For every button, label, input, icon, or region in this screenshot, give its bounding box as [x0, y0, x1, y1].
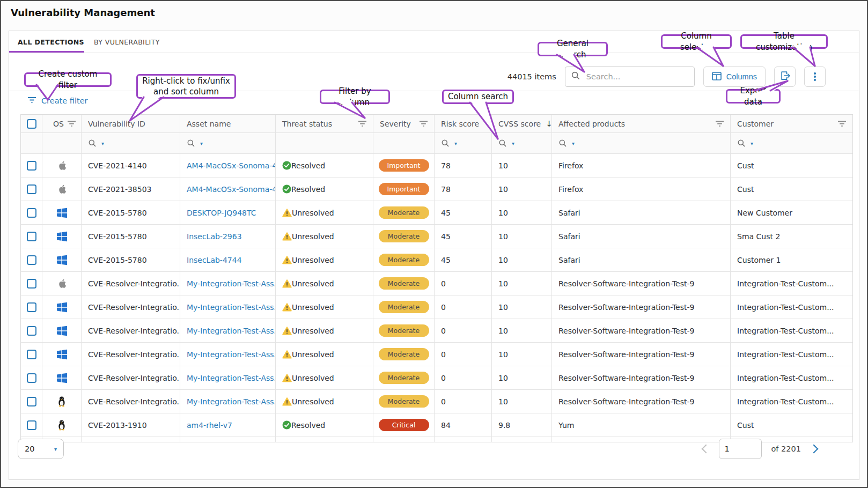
row-checkbox[interactable] — [27, 279, 36, 289]
table-row[interactable]: CVE-2015-5780InsecLab-2963UnresolvedMode… — [21, 225, 852, 248]
chevron-down-icon[interactable]: ▾ — [101, 141, 104, 146]
row-checkbox[interactable] — [27, 326, 36, 336]
page-number-input[interactable] — [719, 439, 762, 459]
export-button[interactable] — [774, 66, 796, 87]
asset-name-link[interactable]: AM4-MacOSx-Sonoma-4... — [187, 161, 276, 170]
table-row[interactable]: CVE-2021-38503AM4-MacOSx-Sonoma-4...Reso… — [21, 178, 852, 201]
asset-name-link[interactable]: My-Integration-Test-Ass... — [187, 327, 276, 335]
customer-cell: Sma Cust 2 — [731, 225, 852, 248]
table-row[interactable]: CVE-Resolver-Integratio...My-Integration… — [21, 343, 852, 366]
threat-status-cell: Unresolved — [276, 248, 373, 271]
column-header-customer[interactable]: Customer — [731, 115, 852, 132]
severity-cell: Moderate — [373, 319, 435, 342]
table-customization-button[interactable] — [804, 66, 826, 87]
select-all-checkbox[interactable] — [27, 119, 36, 129]
table-row[interactable]: CVE-2015-5780DESKTOP-JQ948TCUnresolvedMo… — [21, 201, 852, 225]
column-search-vulnerability-id[interactable]: ▾ — [82, 133, 180, 153]
column-search-customer[interactable]: ▾ — [731, 133, 852, 153]
filter-icon[interactable] — [358, 121, 366, 127]
search-icon[interactable] — [498, 139, 507, 147]
threat-status-cell: Unresolved — [276, 366, 373, 389]
search-icon[interactable] — [187, 139, 195, 147]
filter-icon[interactable] — [716, 121, 724, 127]
pagination: of 2201 — [703, 439, 818, 459]
table-row[interactable]: CVE-Resolver-Integratio...My-Integration… — [21, 366, 852, 390]
search-icon — [571, 71, 580, 83]
column-search-affected-products[interactable]: ▾ — [552, 133, 731, 153]
row-checkbox[interactable] — [27, 397, 36, 406]
asset-name-link[interactable]: InsecLab-4744 — [187, 256, 242, 264]
os-cell — [42, 225, 82, 248]
row-checkbox[interactable] — [27, 255, 36, 265]
asset-name-link[interactable]: InsecLab-2963 — [187, 232, 242, 241]
severity-badge: Important — [379, 159, 429, 172]
filter-icon[interactable] — [68, 121, 76, 127]
create-filter-link[interactable]: Create filter — [27, 97, 88, 105]
filter-icon[interactable] — [838, 121, 846, 127]
column-header-severity[interactable]: Severity — [373, 115, 435, 132]
row-checkbox[interactable] — [27, 302, 36, 312]
threat-status-label: Unresolved — [292, 374, 334, 382]
chevron-down-icon[interactable]: ▾ — [572, 141, 575, 146]
asset-name-link[interactable]: My-Integration-Test-Ass... — [187, 303, 276, 312]
column-header-cvss-score[interactable]: CVSS score↓ — [492, 115, 552, 132]
asset-name-link[interactable]: DESKTOP-JQ948TC — [187, 209, 256, 217]
annotation-right-click-fix-unfix: Right-click to fix/unfix and sort column — [136, 74, 236, 99]
row-checkbox[interactable] — [27, 161, 36, 171]
row-checkbox[interactable] — [27, 208, 36, 218]
search-input[interactable] — [585, 72, 689, 82]
column-header-asset-name[interactable]: Asset name — [180, 115, 276, 132]
customer-cell: Integration-Test-Custom... — [731, 319, 852, 342]
create-filter-label: Create filter — [41, 97, 88, 105]
asset-name-link[interactable]: My-Integration-Test-Ass... — [187, 374, 276, 382]
column-header-os[interactable]: OS — [42, 115, 82, 132]
chevron-down-icon[interactable]: ▾ — [200, 141, 203, 146]
column-header-select[interactable] — [21, 115, 42, 132]
table-row[interactable]: CVE-Resolver-Integratio...My-Integration… — [21, 319, 852, 343]
column-search-asset-name[interactable]: ▾ — [180, 133, 276, 153]
row-checkbox[interactable] — [27, 232, 36, 241]
chevron-down-icon[interactable]: ▾ — [454, 141, 457, 146]
asset-name-link[interactable]: My-Integration-Test-Ass... — [187, 350, 276, 359]
row-checkbox[interactable] — [27, 373, 36, 383]
severity-badge: Moderate — [379, 301, 429, 313]
search-icon[interactable] — [558, 139, 567, 147]
search-icon[interactable] — [737, 139, 746, 147]
sort-desc-icon[interactable]: ↓ — [546, 119, 552, 129]
table-row[interactable]: CVE-2013-1910am4-rhel-v7ResolvedCritical… — [21, 413, 852, 437]
column-search-risk-score[interactable]: ▾ — [435, 133, 492, 153]
next-page-button[interactable] — [810, 445, 819, 454]
row-checkbox[interactable] — [27, 184, 36, 194]
prev-page-button[interactable] — [701, 445, 710, 454]
column-header-vulnerability-id[interactable]: Vulnerability ID — [82, 115, 180, 132]
asset-name-link[interactable]: AM4-MacOSx-Sonoma-4... — [187, 185, 276, 194]
os-cell — [42, 272, 82, 295]
search-icon[interactable] — [441, 139, 450, 147]
search-icon[interactable] — [88, 139, 97, 147]
page-size-select[interactable]: 20 ▾ — [18, 439, 64, 459]
row-checkbox[interactable] — [27, 350, 36, 359]
chevron-down-icon[interactable]: ▾ — [751, 141, 753, 146]
chevron-down-icon[interactable]: ▾ — [512, 141, 514, 146]
column-header-affected-products[interactable]: Affected products — [552, 115, 731, 132]
columns-button[interactable]: Columns — [703, 66, 766, 87]
table-row[interactable]: CVE-Resolver-Integratio...My-Integration… — [21, 390, 852, 413]
tab-by-vulnerability[interactable]: BY VULNERABILITY — [94, 31, 160, 53]
tab-all-detections[interactable]: ALL DETECTIONS — [18, 31, 84, 53]
row-checkbox[interactable] — [27, 420, 36, 430]
filter-icon[interactable] — [420, 121, 428, 127]
table-row[interactable]: CVE-Resolver-Integratio...My-Integration… — [21, 295, 852, 319]
asset-name-link[interactable]: am4-rhel-v7 — [187, 421, 232, 430]
column-header-threat-status[interactable]: Threat status — [276, 115, 373, 132]
table-row[interactable]: CVE-2015-5780InsecLab-4744UnresolvedMode… — [21, 248, 852, 272]
threat-status-cell: Resolved — [276, 178, 373, 201]
column-header-label: Asset name — [187, 120, 231, 128]
column-header-risk-score[interactable]: Risk score — [435, 115, 492, 132]
table-row[interactable]: CVE-Resolver-Integratio...My-Integration… — [21, 272, 852, 295]
table-row[interactable]: CVE-2021-4140AM4-MacOSx-Sonoma-4...Resol… — [21, 154, 852, 178]
asset-name-link[interactable]: My-Integration-Test-Ass... — [187, 279, 276, 288]
general-search-box[interactable] — [565, 66, 695, 87]
asset-name-link[interactable]: My-Integration-Test-Ass... — [187, 397, 276, 406]
column-search-cvss-score[interactable]: ▾ — [492, 133, 552, 153]
asset-name-cell: am4-rhel-v7 — [180, 413, 276, 437]
